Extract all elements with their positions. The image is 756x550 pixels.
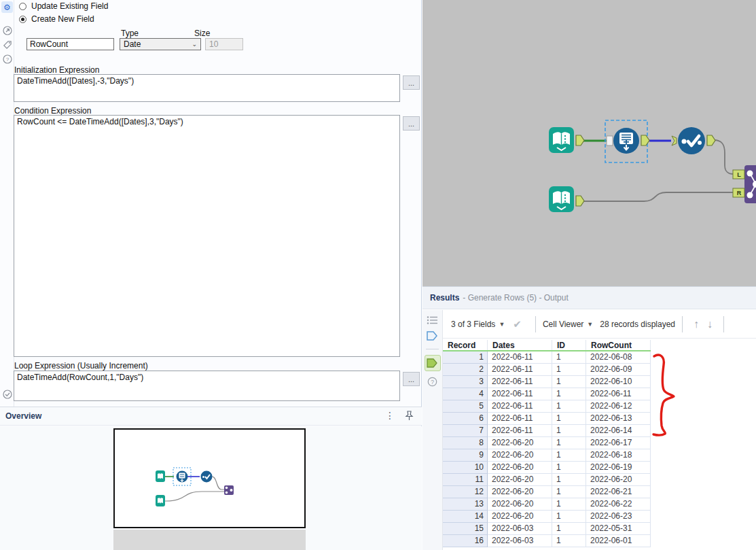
input-data-tool-2[interactable] [549, 186, 574, 212]
dates-cell[interactable]: 2022-06-11 [488, 413, 552, 425]
rowcount-cell[interactable]: 2022-06-14 [586, 425, 651, 437]
id-cell[interactable]: 1 [552, 413, 586, 425]
help-icon[interactable]: ? [1, 53, 13, 65]
unique-output-anchor [707, 135, 715, 145]
new-field-name-input[interactable] [26, 38, 114, 50]
id-cell[interactable]: 1 [552, 523, 586, 535]
rowcount-cell[interactable]: 2022-06-17 [586, 437, 651, 449]
metadata-list-icon[interactable] [427, 315, 438, 327]
apply-fields-check-icon[interactable]: ✔ [513, 318, 522, 330]
rowcount-cell[interactable]: 2022-06-10 [586, 376, 651, 388]
table-row: 11 2022-06-20 1 2022-06-20 [443, 474, 651, 486]
cell-viewer-dropdown[interactable]: Cell Viewer ▼ [543, 320, 593, 329]
id-cell[interactable]: 1 [552, 437, 586, 449]
input-data-tool-1[interactable] [549, 127, 574, 153]
overview-pin-icon[interactable] [405, 411, 414, 423]
dates-cell[interactable]: 2022-06-11 [488, 400, 552, 413]
id-cell[interactable]: 1 [552, 511, 586, 523]
open-example-icon[interactable] [1, 24, 13, 36]
rowcount-cell[interactable]: 2022-06-08 [586, 351, 651, 364]
fields-dropdown[interactable]: 3 of 3 Fields ▼ [451, 320, 505, 329]
configuration-tab-gear-icon[interactable]: ⚙ [1, 1, 13, 13]
dates-cell[interactable]: 2022-06-20 [488, 437, 552, 449]
condition-expression-editor-button[interactable]: ... [403, 116, 420, 131]
table-row: 12 2022-06-20 1 2022-06-21 [443, 486, 651, 498]
workflow-canvas[interactable]: L R [422, 0, 756, 286]
rowcount-cell[interactable]: 2022-06-23 [586, 511, 651, 523]
rowcount-cell[interactable]: 2022-06-21 [586, 486, 651, 498]
size-label: Size [194, 29, 210, 38]
condition-expression-input[interactable]: RowCount <= DateTimeAdd([Dates],3,"Days"… [14, 115, 400, 357]
record-number-cell: 3 [443, 376, 488, 388]
id-cell[interactable]: 1 [552, 400, 586, 413]
scroll-up-arrow[interactable]: ↑ [694, 318, 699, 330]
rowcount-cell[interactable]: 2022-06-22 [586, 498, 651, 511]
dates-cell[interactable]: 2022-06-20 [488, 498, 552, 511]
dates-cell[interactable]: 2022-06-20 [488, 474, 552, 486]
dates-cell[interactable]: 2022-06-20 [488, 449, 552, 462]
initialization-expression-editor-button[interactable]: ... [403, 75, 420, 90]
id-cell[interactable]: 1 [552, 535, 586, 547]
generate-rows-tool[interactable] [613, 128, 639, 154]
rowcount-cell[interactable]: 2022-06-11 [586, 388, 651, 400]
initialization-expression-input[interactable]: DateTimeAdd([Dates],-3,"Days") [14, 74, 400, 102]
rowcount-cell[interactable]: 2022-06-09 [586, 364, 651, 376]
input-connection-icon[interactable] [427, 330, 438, 343]
rowcount-cell[interactable]: 2022-06-20 [586, 474, 651, 486]
overview-offcanvas-band [113, 530, 306, 550]
table-row: 9 2022-06-20 1 2022-06-18 [443, 449, 651, 462]
id-cell[interactable]: 1 [552, 498, 586, 511]
radio-create-new-field[interactable]: Create New Field [19, 14, 94, 24]
id-cell[interactable]: 1 [552, 376, 586, 388]
radio-update-existing-field[interactable]: Update Existing Field [19, 1, 108, 12]
rowcount-cell[interactable]: 2022-05-31 [586, 523, 651, 535]
id-cell[interactable]: 1 [552, 351, 586, 364]
rowcount-cell[interactable]: 2022-06-12 [586, 400, 651, 413]
results-help-icon[interactable]: ? [427, 377, 437, 389]
dates-cell[interactable]: 2022-06-11 [488, 388, 552, 400]
dates-cell[interactable]: 2022-06-03 [488, 523, 552, 535]
id-cell[interactable]: 1 [552, 364, 586, 376]
id-cell[interactable]: 1 [552, 474, 586, 486]
loop-expression-editor-button[interactable]: ... [403, 372, 420, 386]
id-cell[interactable]: 1 [552, 388, 586, 400]
column-header-record[interactable]: Record [443, 340, 488, 350]
rowcount-cell[interactable]: 2022-06-13 [586, 413, 651, 425]
id-cell[interactable]: 1 [552, 425, 586, 437]
dates-cell[interactable]: 2022-06-11 [488, 425, 552, 437]
minimap-join-tool [224, 485, 234, 495]
dates-cell[interactable]: 2022-06-11 [488, 351, 552, 364]
record-number-cell: 1 [443, 351, 488, 364]
dates-cell[interactable]: 2022-06-20 [488, 462, 552, 474]
overview-viewport-box[interactable] [113, 428, 306, 528]
id-cell[interactable]: 1 [552, 462, 586, 474]
table-row: 2 2022-06-11 1 2022-06-09 [443, 364, 651, 376]
dates-cell[interactable]: 2022-06-20 [488, 511, 552, 523]
unique-tool[interactable] [678, 127, 705, 154]
dates-cell[interactable]: 2022-06-11 [488, 376, 552, 388]
table-row: 15 2022-06-03 1 2022-05-31 [443, 523, 651, 535]
dates-cell[interactable]: 2022-06-11 [488, 364, 552, 376]
apply-check-icon[interactable] [1, 388, 13, 400]
rowcount-cell[interactable]: 2022-06-18 [586, 449, 651, 462]
minimap-input-tool-2 [156, 495, 165, 506]
size-input[interactable]: 10 [205, 38, 243, 50]
scroll-down-arrow[interactable]: ↓ [707, 318, 713, 330]
type-dropdown-value: Date [124, 39, 141, 49]
join-tool[interactable] [744, 165, 756, 203]
overview-menu-kebab-icon[interactable]: ⋮ [385, 410, 395, 421]
id-cell[interactable]: 1 [552, 486, 586, 498]
type-dropdown[interactable]: Date ⌄ [120, 38, 201, 50]
column-header-dates[interactable]: Dates [488, 340, 552, 350]
tag-icon[interactable] [1, 39, 13, 50]
column-header-rowcount[interactable]: RowCount [586, 340, 651, 350]
rowcount-cell[interactable]: 2022-06-01 [586, 535, 651, 547]
dates-cell[interactable]: 2022-06-20 [488, 486, 552, 498]
loop-expression-input[interactable]: DateTimeAdd(RowCount,1,"Days") [14, 371, 400, 401]
column-header-id[interactable]: ID [552, 340, 586, 350]
id-cell[interactable]: 1 [552, 449, 586, 462]
generate-rows-config-panel: ⚙ ? Update Existing Field Create New Fie… [0, 0, 422, 550]
rowcount-cell[interactable]: 2022-06-19 [586, 462, 651, 474]
output-connection-icon-selected[interactable] [425, 355, 441, 371]
dates-cell[interactable]: 2022-06-03 [488, 535, 552, 547]
